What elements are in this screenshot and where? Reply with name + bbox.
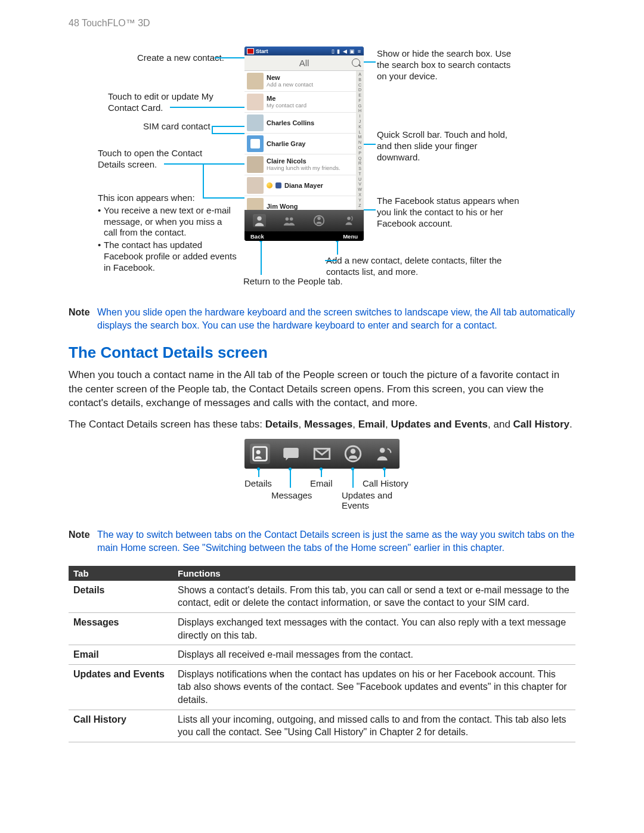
- label-history: Call History: [363, 478, 408, 488]
- table-row: Updates and EventsDisplays notifications…: [69, 664, 575, 710]
- search-icon[interactable]: [352, 58, 360, 67]
- svg-point-5: [347, 217, 351, 221]
- callout-sim: SIM card contact: [143, 121, 210, 132]
- windows-flag-icon: [247, 48, 254, 54]
- messages-tab-icon[interactable]: [281, 444, 301, 464]
- callout-contact-card: Touch to edit or update My Contact Card.: [108, 91, 239, 114]
- callout-notif-icon: This icon appears when: You receive a ne…: [98, 193, 238, 273]
- note-1: Note When you slide open the hardware ke…: [69, 306, 575, 333]
- call-history-tab-icon[interactable]: [374, 444, 394, 464]
- label-updates: Updates and Events: [342, 490, 392, 510]
- updates-tab-icon[interactable]: [343, 444, 363, 464]
- callout-menu: Add a new contact, delete contacts, filt…: [326, 255, 505, 278]
- callout-scrollbar: Quick Scroll bar. Touch and hold, and th…: [377, 129, 508, 163]
- avatar: [247, 114, 264, 131]
- phone-tabs[interactable]: [244, 210, 364, 231]
- back-softkey[interactable]: Back: [250, 233, 264, 240]
- phone-screenshot: Start ▯ ▮ ◀ ▣ ≡ All NewAdd a new contact…: [244, 47, 364, 241]
- call-tab-icon[interactable]: [342, 214, 355, 227]
- contacts-diagram: Create a new contact. Touch to edit or u…: [69, 55, 575, 294]
- label-details: Details: [244, 478, 272, 488]
- facebook-icon: [275, 182, 281, 188]
- table-row: Call HistoryLists all your incoming, out…: [69, 710, 575, 742]
- table-row: MessagesDisplays exchanged text messages…: [69, 612, 575, 645]
- callout-facebook: The Facebook status appears when you lin…: [377, 196, 520, 229]
- table-row: DetailsShows a contact's details. From t…: [69, 581, 575, 613]
- svg-point-2: [290, 218, 293, 221]
- col-functions: Functions: [173, 566, 575, 581]
- contact-list[interactable]: NewAdd a new contact MeMy contact card C…: [244, 71, 356, 210]
- functions-table: Tab Functions DetailsShows a contact's d…: [69, 566, 575, 742]
- sim-icon: [247, 135, 264, 152]
- paragraph-1: When you touch a contact name in the All…: [69, 368, 575, 410]
- avatar: [247, 73, 264, 89]
- all-header: All: [244, 55, 364, 71]
- svg-point-4: [317, 217, 321, 221]
- svg-point-7: [256, 450, 261, 454]
- avatar: [247, 177, 264, 194]
- svg-point-0: [257, 216, 261, 221]
- note-2: Note The way to switch between tabs on t…: [69, 528, 575, 555]
- svg-point-1: [286, 218, 289, 221]
- callout-search: Show or hide the search box. Use the sea…: [377, 48, 523, 82]
- label-messages: Messages: [271, 490, 312, 500]
- people-tab-icon[interactable]: [253, 214, 266, 227]
- label-email: Email: [310, 478, 333, 488]
- tabs-diagram: Details Messages Email Updates and Event…: [173, 439, 471, 516]
- status-icons: ▯ ▮ ◀ ▣ ≡: [332, 48, 361, 54]
- menu-softkey[interactable]: Menu: [343, 233, 358, 240]
- page-header: 48 TouchFLO™ 3D: [69, 18, 575, 29]
- callout-back: Return to the People tab.: [243, 276, 343, 287]
- email-tab-icon[interactable]: [312, 444, 332, 464]
- table-row: EmailDisplays all received e-mail messag…: [69, 645, 575, 665]
- callout-new-contact: Create a new contact.: [137, 52, 224, 64]
- details-tab-icon[interactable]: [250, 444, 270, 464]
- callout-open-details: Touch to open the Contact Details screen…: [98, 148, 235, 171]
- svg-point-12: [380, 448, 385, 453]
- paragraph-2: The Contact Details screen has these tab…: [69, 417, 575, 432]
- col-tab: Tab: [69, 566, 173, 581]
- updates-tab-icon[interactable]: [312, 214, 326, 227]
- svg-rect-8: [283, 448, 299, 458]
- avatar: [247, 156, 264, 173]
- notification-icon: [267, 182, 273, 188]
- groups-tab-icon[interactable]: [283, 214, 296, 227]
- avatar: [247, 94, 264, 110]
- start-label: Start: [256, 48, 268, 54]
- quick-scroll-bar[interactable]: ABCDEFGHIJKLMNOPQRSTUVWXYZ: [356, 71, 364, 210]
- svg-point-11: [351, 448, 356, 454]
- section-title: The Contact Details screen: [69, 343, 575, 362]
